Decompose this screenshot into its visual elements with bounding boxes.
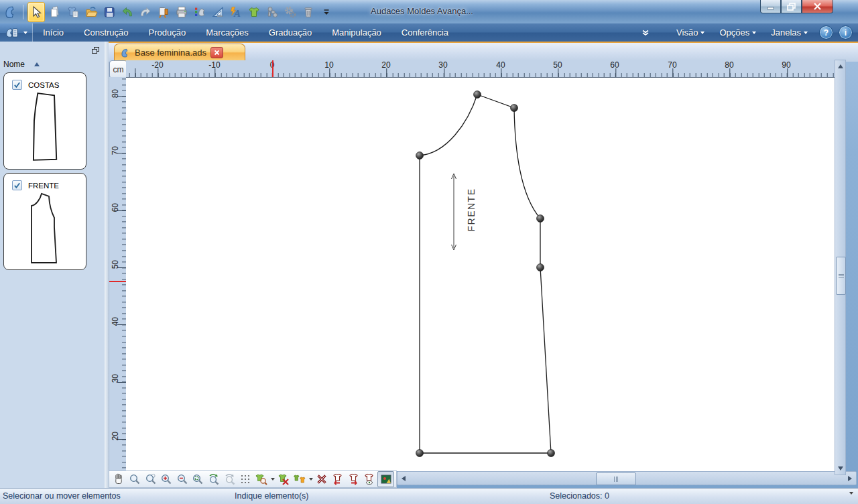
menu-conferencia[interactable]: Conferência bbox=[391, 23, 458, 42]
menu-inicio[interactable]: Início bbox=[33, 23, 74, 42]
trash-button[interactable] bbox=[300, 3, 316, 21]
zoom-tool-button[interactable] bbox=[127, 472, 143, 487]
piece-visibility-checkbox[interactable] bbox=[12, 80, 22, 90]
close-button[interactable] bbox=[802, 0, 833, 13]
zoom-piece-button[interactable] bbox=[222, 472, 237, 487]
float-panel-icon[interactable] bbox=[92, 47, 99, 53]
close-icon bbox=[813, 3, 822, 10]
automation-button[interactable] bbox=[264, 3, 280, 21]
plotter-button[interactable] bbox=[156, 3, 172, 21]
pattern-sheet-button[interactable] bbox=[65, 3, 81, 21]
open-file-button[interactable] bbox=[83, 3, 99, 21]
application-window: Audaces Moldes Avança... bbox=[0, 0, 858, 504]
pan-tool-button[interactable] bbox=[111, 472, 127, 487]
app-logo-icon bbox=[3, 3, 19, 21]
status-expander-icon[interactable] bbox=[849, 495, 853, 504]
application-menu-arrow-icon bbox=[23, 32, 27, 34]
scroll-up-button[interactable] bbox=[836, 61, 845, 72]
previous-piece-button[interactable] bbox=[330, 472, 346, 487]
pattern-point[interactable] bbox=[474, 91, 481, 99]
zoom-selection-button[interactable] bbox=[190, 472, 206, 487]
vertical-ruler: 80 70 60 50 40 30 20 bbox=[109, 77, 126, 470]
toolbar-more-button[interactable] bbox=[318, 3, 334, 21]
pattern-drawing: FRENTE bbox=[126, 78, 835, 471]
zoom-previous-button[interactable] bbox=[143, 472, 158, 487]
zoom-out-button[interactable] bbox=[174, 472, 190, 487]
maximize-button[interactable] bbox=[781, 0, 802, 13]
save-icon bbox=[103, 5, 116, 19]
show-piece-menu-button[interactable] bbox=[269, 472, 275, 487]
help-button[interactable]: ? bbox=[819, 25, 833, 40]
redo-button[interactable] bbox=[137, 3, 154, 21]
piece-visibility-checkbox[interactable] bbox=[12, 180, 22, 190]
select-tool-button[interactable] bbox=[27, 2, 45, 22]
set-square-button[interactable] bbox=[210, 3, 226, 21]
horizontal-scroll-thumb[interactable] bbox=[596, 472, 636, 485]
digitizer-button[interactable] bbox=[192, 3, 208, 21]
application-menu-button[interactable] bbox=[0, 23, 33, 42]
menu-graduacao[interactable]: Graduação bbox=[259, 23, 322, 42]
h-ruler-label: 40 bbox=[496, 60, 505, 70]
pattern-point[interactable] bbox=[537, 215, 544, 223]
pattern-point[interactable] bbox=[548, 450, 555, 457]
show-hidden-pieces-button[interactable] bbox=[362, 472, 377, 487]
menu-opcoes[interactable]: Opções bbox=[713, 23, 762, 42]
settings-button[interactable] bbox=[282, 3, 298, 21]
pattern-point[interactable] bbox=[511, 105, 518, 112]
garment-button[interactable] bbox=[246, 3, 262, 21]
collapse-ribbon-icon[interactable] bbox=[641, 29, 650, 36]
dropdown-arrow-icon bbox=[804, 32, 808, 34]
open-folder-icon bbox=[84, 5, 98, 19]
vertical-scrollbar[interactable] bbox=[835, 60, 846, 475]
menu-producao[interactable]: Produção bbox=[139, 23, 196, 42]
drawing-canvas[interactable]: FRENTE bbox=[126, 77, 835, 471]
piece-colors-button[interactable] bbox=[292, 472, 308, 487]
status-tool-hint: Selecionar ou mover elementos bbox=[3, 491, 121, 501]
panel-splitter[interactable] bbox=[105, 42, 109, 488]
pattern-point[interactable] bbox=[416, 450, 424, 457]
zoom-in-button[interactable] bbox=[159, 472, 174, 487]
zoom-all-button[interactable] bbox=[206, 472, 222, 487]
print-button[interactable] bbox=[174, 3, 190, 21]
dropdown-arrow-icon bbox=[309, 478, 313, 481]
zoom-piece-icon bbox=[223, 472, 237, 486]
pattern-point[interactable] bbox=[416, 152, 424, 160]
checkmark-icon bbox=[13, 81, 21, 88]
piece-colors-menu-button[interactable] bbox=[308, 472, 314, 487]
tab-close-button[interactable] bbox=[210, 47, 223, 58]
scroll-down-button[interactable] bbox=[836, 463, 845, 474]
text-tool-button[interactable]: A bbox=[228, 3, 244, 21]
menu-visao[interactable]: Visão bbox=[670, 23, 711, 42]
pattern-outline[interactable] bbox=[420, 94, 551, 453]
set-square-icon bbox=[211, 5, 225, 19]
scroll-left-button[interactable] bbox=[398, 473, 409, 483]
new-file-button[interactable] bbox=[47, 3, 63, 21]
scroll-right-button[interactable] bbox=[845, 473, 855, 483]
info-button[interactable]: i bbox=[839, 25, 853, 40]
show-piece-button[interactable] bbox=[253, 472, 269, 487]
piece-label[interactable]: FRENTE bbox=[466, 188, 477, 232]
trash-icon bbox=[302, 5, 315, 19]
undo-button[interactable] bbox=[119, 3, 135, 21]
pieces-panel-header[interactable]: Nome bbox=[3, 60, 40, 69]
document-tab[interactable]: Base feminina.ads bbox=[114, 44, 245, 61]
menu-manipulacao[interactable]: Manipulação bbox=[322, 23, 391, 42]
minimize-button[interactable] bbox=[760, 0, 781, 13]
grain-line[interactable] bbox=[452, 174, 456, 250]
save-button[interactable] bbox=[101, 3, 117, 21]
piece-card-frente[interactable]: FRENTE bbox=[3, 173, 86, 270]
grid-button[interactable] bbox=[238, 472, 253, 487]
next-piece-button[interactable] bbox=[346, 472, 361, 487]
piece-card-costas[interactable]: COSTAS bbox=[3, 72, 86, 170]
maximize-icon bbox=[787, 3, 796, 11]
menu-janelas[interactable]: Janelas bbox=[765, 23, 814, 42]
ruler-unit-button[interactable]: cm bbox=[109, 60, 127, 78]
remove-selection-button[interactable] bbox=[314, 472, 330, 487]
pattern-point[interactable] bbox=[537, 264, 544, 271]
horizontal-scrollbar[interactable] bbox=[397, 471, 857, 485]
hide-piece-button[interactable] bbox=[276, 472, 292, 487]
menu-construcao[interactable]: Construção bbox=[74, 23, 138, 42]
vertical-scroll-thumb[interactable] bbox=[836, 257, 846, 295]
menu-marcacoes[interactable]: Marcações bbox=[196, 23, 259, 42]
background-image-button[interactable] bbox=[377, 471, 394, 487]
